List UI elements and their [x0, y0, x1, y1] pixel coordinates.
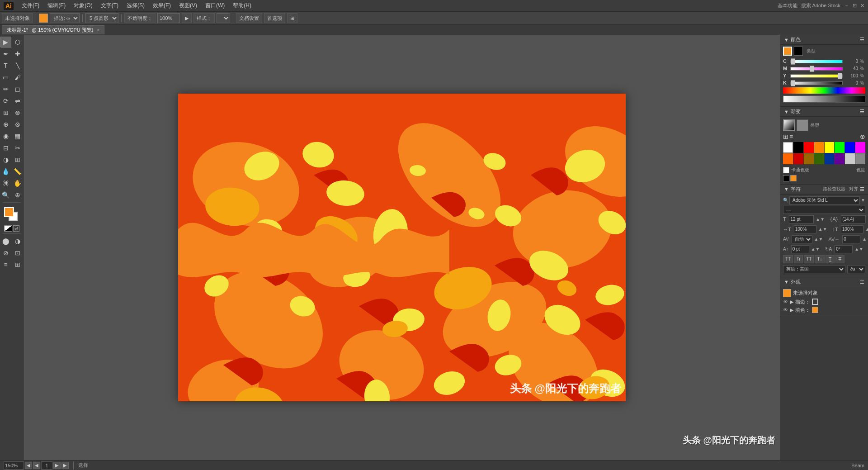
zoom-input[interactable]: 150% — [4, 461, 24, 470]
strike-btn[interactable]: T̶ — [835, 255, 844, 263]
scale-h-arrow[interactable]: ▲▼ — [818, 227, 827, 232]
anti-alias-select[interactable]: ∂a — [847, 265, 865, 273]
type-tab-align[interactable]: 对齐 — [849, 186, 858, 192]
m-slider[interactable] — [790, 67, 843, 71]
pencil-tool[interactable]: ✏ — [0, 84, 11, 95]
page-input[interactable] — [41, 461, 52, 470]
swatch-red[interactable] — [804, 142, 814, 153]
measure-tool[interactable]: 📏 — [12, 166, 23, 177]
swatch-brown[interactable] — [804, 153, 814, 164]
hand-tool[interactable]: 🖐 — [12, 178, 23, 189]
tracking-input[interactable] — [842, 235, 860, 243]
y-slider[interactable] — [790, 74, 843, 78]
c-slider[interactable] — [790, 60, 843, 63]
kerning-arrow[interactable]: ▲▼ — [814, 237, 823, 242]
fill-swatch-btn[interactable] — [790, 175, 797, 181]
type-menu-icon[interactable]: ☰ — [860, 186, 864, 192]
none-color-swatch[interactable] — [783, 167, 789, 173]
line-tool[interactable]: ╲ — [12, 60, 23, 71]
scale-v-input[interactable] — [841, 225, 863, 233]
slice-tool[interactable]: ✂ — [12, 142, 23, 153]
menu-window[interactable]: 窗口(W) — [202, 1, 228, 10]
baseline-arrow[interactable]: ▲▼ — [811, 247, 820, 252]
gradient-swatch[interactable] — [783, 119, 795, 131]
close-btn[interactable]: ✕ — [860, 3, 864, 9]
add-anchor-tool[interactable]: ✚ — [12, 48, 23, 59]
swatch-darkred[interactable] — [793, 153, 803, 164]
swatch-black[interactable] — [793, 142, 803, 153]
panel-menu-icon[interactable]: ☰ — [860, 37, 864, 43]
scale-v-arrow[interactable]: ▲▼ — [865, 227, 868, 232]
swap-colors-btn[interactable]: ⇌ — [13, 225, 19, 232]
search-stock[interactable]: 搜索 Adobe Stock — [801, 2, 840, 9]
swatch-gray[interactable] — [845, 153, 855, 164]
arrow-right[interactable]: ▶ — [182, 13, 192, 23]
zoom-increase-btn[interactable]: ▶ — [61, 462, 69, 469]
artboard-tool[interactable]: ⊟ — [0, 142, 11, 153]
gradient-panel-header[interactable]: ▼ 渐变 ☰ — [780, 107, 868, 117]
swatch-midgray[interactable] — [855, 153, 865, 164]
rotate-tool[interactable]: ⟳ — [0, 95, 11, 106]
menu-object[interactable]: 对象(O) — [70, 1, 96, 10]
baseline-input[interactable] — [791, 245, 809, 253]
add-swatch-btn[interactable] — [783, 175, 789, 181]
stroke-dropdown[interactable]: 描边: ∞ — [50, 13, 80, 23]
rotation-arrow[interactable]: ▲▼ — [854, 247, 863, 252]
style-select[interactable]: □ — [217, 13, 230, 23]
menu-select[interactable]: 选择(S) — [123, 1, 148, 10]
tracking-arrow[interactable]: ▲▼ — [862, 237, 868, 242]
size-unit-arrow[interactable]: ▲▼ — [816, 217, 825, 222]
gradient-menu-icon[interactable]: ☰ — [860, 109, 864, 114]
tab-close-btn[interactable]: × — [97, 28, 100, 33]
pen-tool[interactable]: ✒ — [0, 48, 11, 59]
fill-color-indicator[interactable] — [812, 307, 818, 313]
leading-input[interactable] — [841, 215, 866, 223]
swatch-magenta[interactable] — [855, 142, 865, 153]
fill-visibility-btn[interactable]: 👁 — [783, 307, 788, 313]
doc-settings-btn[interactable]: 文档设置 — [236, 13, 262, 23]
shape-select[interactable]: 5 点圆形 — [85, 13, 118, 23]
swatch-yellow[interactable] — [825, 142, 835, 153]
fill-swatch[interactable] — [783, 47, 792, 56]
object-color-indicator[interactable] — [783, 289, 791, 297]
reflect-tool[interactable]: ⇌ — [12, 95, 23, 106]
swatch-purple[interactable] — [835, 153, 844, 164]
column-graph[interactable]: ▦ — [12, 131, 23, 142]
perspective-btn[interactable]: ⊞ — [12, 259, 23, 270]
menu-effect[interactable]: 效果(E) — [149, 1, 175, 10]
selection-tool[interactable]: ▶ — [0, 37, 11, 47]
paintbrush-tool[interactable]: 🖌 — [12, 72, 23, 83]
direct-selection-tool[interactable]: ⬡ — [12, 37, 23, 47]
menu-help[interactable]: 帮助(H) — [229, 1, 255, 10]
blend-tool[interactable]: ⌘ — [0, 178, 11, 189]
gradient-mode-btn[interactable]: ◑ — [12, 236, 23, 247]
none-btn[interactable]: ⊘ — [0, 247, 11, 258]
bold-btn[interactable]: TT — [783, 255, 793, 263]
swatch-darkgreen[interactable] — [814, 153, 824, 164]
warp-tool[interactable]: ⊛ — [12, 107, 23, 118]
font-style-select[interactable]: — — [783, 206, 865, 214]
color-panel-header[interactable]: ▼ 颜色 ☰ — [780, 35, 868, 45]
swatch-white[interactable] — [783, 142, 793, 153]
swatch-green[interactable] — [835, 142, 844, 153]
spectrum-bar[interactable] — [783, 87, 865, 94]
eraser-tool[interactable]: ◻ — [12, 84, 23, 95]
appearance-panel-header[interactable]: ▼ 外观 ☰ — [780, 277, 868, 287]
default-colors-btn[interactable] — [4, 225, 12, 232]
document-tab[interactable]: 未标题-1* @ 150% (CMYK/GPU 预览) × — [2, 25, 104, 34]
minimize-btn[interactable]: － — [844, 2, 849, 9]
swatch-darkblue[interactable] — [825, 153, 835, 164]
kerning-select[interactable]: 自动 — [792, 235, 812, 243]
maximize-btn[interactable]: ⊡ — [853, 3, 857, 9]
font-search-expand[interactable]: ▼ — [861, 198, 865, 203]
swatch-orange[interactable] — [814, 142, 824, 153]
mesh-tool[interactable]: ⊞ — [12, 154, 23, 165]
gradient-tool[interactable]: ◑ — [0, 154, 11, 165]
free-transform[interactable]: ⊗ — [12, 119, 23, 130]
font-size-input[interactable] — [789, 215, 814, 223]
symbol-tool[interactable]: ◉ — [0, 131, 11, 142]
zoom2-tool[interactable]: ⊕ — [12, 190, 23, 200]
menu-view[interactable]: 视图(V) — [175, 1, 201, 10]
arrange-btn[interactable]: ⊞ — [287, 13, 297, 23]
scale-tool[interactable]: ⊞ — [0, 107, 11, 118]
